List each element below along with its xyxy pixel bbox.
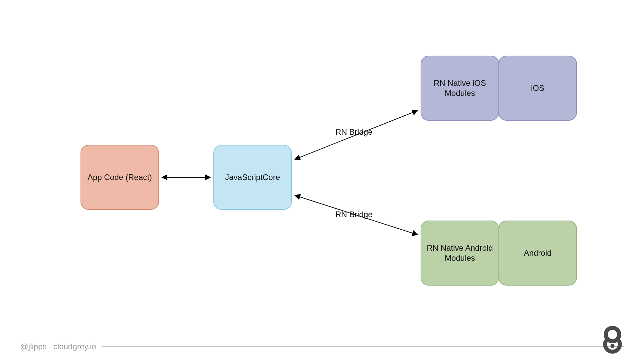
node-jscore: JavaScriptCore — [213, 145, 292, 210]
footer-text: @jlipps · cloudgrey.io — [20, 342, 102, 351]
node-app-code-label: App Code (React) — [88, 172, 152, 182]
footer: @jlipps · cloudgrey.io — [20, 342, 624, 351]
node-app-code: App Code (React) — [80, 145, 159, 210]
node-android-label: Android — [524, 248, 552, 258]
diagram-stage: App Code (React) JavaScriptCore RN Nativ… — [0, 0, 644, 362]
node-rn-ios-modules: RN Native iOSModules — [421, 56, 499, 121]
edge-label-bridge-bottom: RN Bridge — [335, 210, 373, 219]
logo-cloudgrey-icon — [596, 322, 629, 355]
node-jscore-label: JavaScriptCore — [225, 172, 280, 182]
node-ios: iOS — [498, 56, 577, 121]
node-rn-android-modules: RN Native AndroidModules — [421, 221, 499, 286]
node-rn-ios-modules-label: RN Native iOSModules — [434, 78, 486, 98]
node-rn-android-modules-label: RN Native AndroidModules — [427, 243, 493, 263]
edge-label-bridge-top: RN Bridge — [335, 127, 373, 137]
footer-divider — [102, 346, 624, 347]
svg-point-0 — [610, 344, 614, 348]
node-ios-label: iOS — [531, 83, 544, 93]
node-android: Android — [498, 221, 577, 286]
